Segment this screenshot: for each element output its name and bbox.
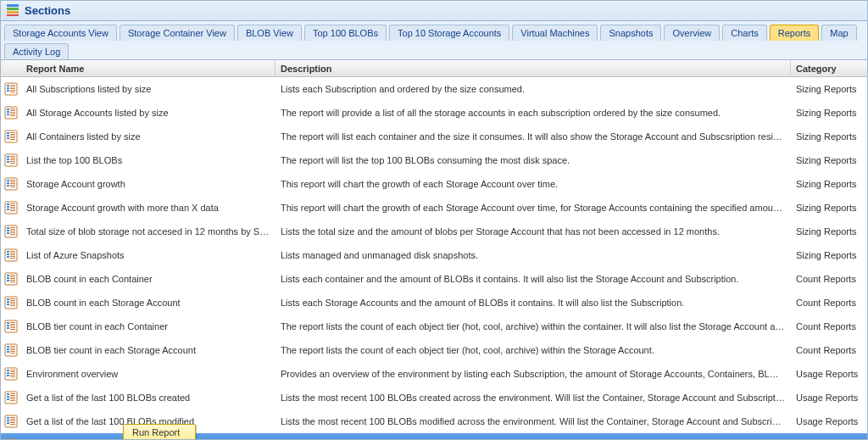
tab-activity-log[interactable]: Activity Log <box>4 43 69 59</box>
svg-rect-69 <box>7 253 9 255</box>
svg-rect-133 <box>7 422 9 424</box>
table-row[interactable]: List the top 100 BLOBsThe report will li… <box>1 148 867 172</box>
table-row[interactable]: BLOB tier count in each ContainerThe rep… <box>1 315 867 338</box>
tab-storage-accounts-view[interactable]: Storage Accounts View <box>4 25 117 41</box>
svg-rect-3 <box>7 14 19 16</box>
svg-rect-19 <box>10 112 15 113</box>
table-row[interactable]: List of Azure SnapshotsLists managed and… <box>1 243 867 267</box>
tab-overview[interactable]: Overview <box>664 25 720 41</box>
svg-rect-114 <box>7 372 9 374</box>
table-row[interactable]: BLOB count in each ContainerLists each c… <box>1 267 867 291</box>
tab-charts[interactable]: Charts <box>722 25 766 41</box>
svg-rect-104 <box>7 346 9 348</box>
svg-rect-101 <box>10 327 15 328</box>
table-row[interactable]: Total size of blob storage not accesed i… <box>1 220 867 243</box>
table-row[interactable]: BLOB count in each Storage AccountLists … <box>1 291 867 315</box>
table-row[interactable]: BLOB tier count in each Storage AccountT… <box>1 338 867 362</box>
table-row[interactable]: Environment overviewProvides an overview… <box>1 362 867 386</box>
report-icon <box>1 201 21 214</box>
svg-rect-39 <box>10 163 15 164</box>
svg-rect-118 <box>10 373 15 374</box>
table-row[interactable]: All Containers listed by sizeThe report … <box>1 125 867 148</box>
svg-rect-32 <box>7 156 9 158</box>
svg-rect-16 <box>7 114 9 115</box>
column-header-description[interactable]: Description <box>275 60 791 76</box>
svg-rect-43 <box>7 185 9 187</box>
svg-rect-91 <box>10 302 15 303</box>
report-description: Lists the most recent 100 BLOBs modified… <box>275 416 791 426</box>
table-row[interactable]: Get a list of the last 100 BLOBs created… <box>1 386 867 409</box>
tab-top-10-storage-accounts[interactable]: Top 10 Storage Accounts <box>389 25 509 41</box>
svg-rect-126 <box>10 395 15 396</box>
table-row[interactable]: All Subscriptions listed by sizeLists ea… <box>1 77 867 101</box>
svg-rect-131 <box>7 417 9 419</box>
report-icon <box>1 415 21 428</box>
report-category: Sizing Reports <box>791 179 867 189</box>
tab-map[interactable]: Map <box>821 25 856 41</box>
report-icon <box>1 320 21 333</box>
svg-rect-42 <box>7 182 9 184</box>
svg-rect-129 <box>10 400 15 401</box>
svg-rect-25 <box>7 137 9 139</box>
svg-rect-30 <box>10 139 15 140</box>
report-description: This report will chart the growth of eac… <box>275 203 791 213</box>
titlebar: Sections <box>1 1 867 21</box>
table-row[interactable]: All Storage Accounts listed by sizeThe r… <box>1 101 867 125</box>
tab-top-100-blobs[interactable]: Top 100 BLOBs <box>304 25 387 41</box>
svg-rect-18 <box>10 110 15 111</box>
report-name: All Storage Accounts listed by size <box>21 108 275 118</box>
svg-rect-20 <box>10 114 15 114</box>
grid-rows: All Subscriptions listed by sizeLists ea… <box>1 77 867 440</box>
svg-rect-108 <box>10 348 15 348</box>
svg-rect-50 <box>7 203 9 205</box>
report-category: Usage Reports <box>791 369 867 379</box>
svg-rect-52 <box>7 209 9 210</box>
report-icon <box>1 106 21 120</box>
report-description: This report will chart the growth of eac… <box>275 179 791 189</box>
svg-rect-1 <box>7 8 19 10</box>
report-name: BLOB count in each Storage Account <box>21 298 275 308</box>
report-name: All Subscriptions listed by size <box>21 84 275 94</box>
tab-snapshots[interactable]: Snapshots <box>600 25 661 41</box>
tab-blob-view[interactable]: BLOB View <box>237 25 302 41</box>
svg-rect-54 <box>10 205 15 206</box>
report-category: Count Reports <box>791 298 867 308</box>
report-category: Usage Reports <box>791 393 867 403</box>
tab-storage-container-view[interactable]: Storage Container View <box>120 25 235 41</box>
report-name: List the top 100 BLOBs <box>21 155 275 165</box>
grid-header: Report Name Description Category <box>1 60 867 77</box>
report-icon <box>1 296 21 309</box>
context-menu-run-report[interactable]: Run Report <box>123 424 196 440</box>
report-description: Lists each Storage Accounts and the amou… <box>275 298 791 308</box>
table-row[interactable]: Storage Account growthThis report will c… <box>1 172 867 196</box>
svg-rect-137 <box>10 422 15 423</box>
svg-rect-14 <box>7 109 9 110</box>
table-row[interactable]: Storage Account growth with more than X … <box>1 196 867 220</box>
svg-rect-86 <box>7 298 9 300</box>
report-icon <box>1 82 21 96</box>
svg-rect-81 <box>10 276 15 277</box>
column-header-name[interactable]: Report Name <box>21 60 275 76</box>
column-header-category[interactable]: Category <box>791 60 867 76</box>
svg-rect-10 <box>10 88 15 89</box>
column-header-icon[interactable] <box>1 60 21 76</box>
svg-rect-82 <box>10 278 15 279</box>
svg-rect-124 <box>7 398 9 400</box>
tab-reports[interactable]: Reports <box>770 25 820 41</box>
svg-rect-115 <box>7 375 9 376</box>
svg-rect-90 <box>10 300 15 301</box>
svg-rect-128 <box>10 398 15 399</box>
report-icon <box>1 177 21 191</box>
svg-rect-138 <box>10 424 15 425</box>
report-category: Sizing Reports <box>791 84 867 94</box>
report-name: Get a list of the last 100 BLOBs created <box>21 393 275 403</box>
svg-rect-88 <box>7 304 9 305</box>
svg-rect-89 <box>10 298 15 299</box>
svg-rect-34 <box>7 161 9 163</box>
svg-rect-41 <box>7 180 9 181</box>
svg-rect-35 <box>10 156 15 157</box>
svg-rect-62 <box>10 227 15 228</box>
report-name: Total size of blob storage not accesed i… <box>21 226 275 237</box>
tab-virtual-machines[interactable]: Virtual Machines <box>512 25 598 41</box>
report-name: Environment overview <box>21 369 275 379</box>
